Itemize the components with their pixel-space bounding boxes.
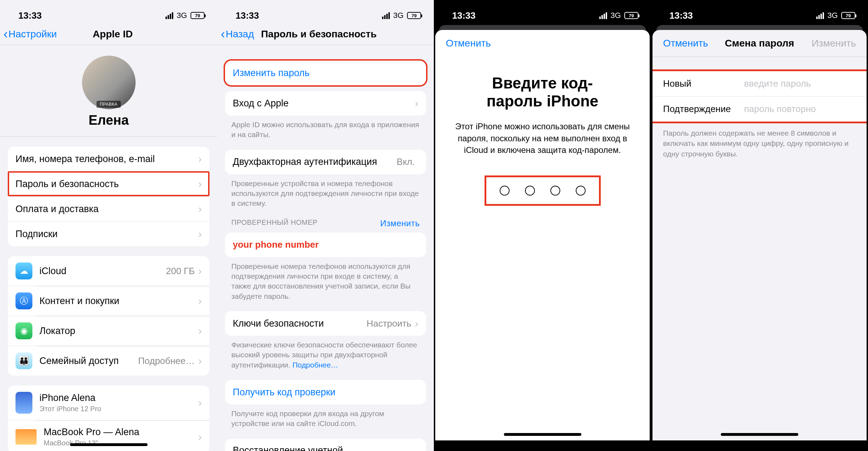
- footer-trusted: Проверенные номера телефонов используютс…: [217, 257, 434, 301]
- signal-icon: [816, 12, 824, 19]
- status-right: 3G 79: [382, 11, 421, 20]
- battery-icon: 79: [407, 12, 421, 19]
- chevron-right-icon: ›: [198, 355, 202, 367]
- chevron-right-icon: ›: [198, 325, 202, 337]
- passcode-dot: [550, 186, 560, 196]
- group-security-keys: Ключи безопасности Настроить ›: [225, 311, 426, 336]
- device-name: MacBook Pro — Alena: [44, 427, 198, 438]
- status-time: 13:33: [18, 10, 42, 21]
- sheet-nav: Отменить: [435, 30, 650, 57]
- nav-bar: ‹ Настройки Apple ID: [0, 25, 217, 45]
- status-time: 13:33: [452, 10, 476, 21]
- row-phone-number[interactable]: your phone number: [225, 233, 426, 257]
- confirm-password-placeholder: пароль повторно: [744, 104, 816, 115]
- appstore-icon: Ⓐ: [15, 292, 32, 309]
- edit-trusted-button[interactable]: Изменить: [380, 218, 420, 228]
- group-2fa: Двухфакторная аутентификация Вкл.: [225, 150, 426, 174]
- row-icloud[interactable]: ☁︎ iCloud 200 ГБ ›: [8, 256, 210, 286]
- cancel-button[interactable]: Отменить: [446, 38, 491, 49]
- home-indicator[interactable]: [721, 433, 798, 436]
- change-button[interactable]: Изменить: [812, 38, 856, 49]
- group-recovery: Восстановление учетной записи Настроить …: [225, 439, 426, 451]
- group-change-password: Изменить пароль: [225, 61, 426, 85]
- keys-learn-more-link[interactable]: Подробнее…: [292, 361, 338, 369]
- chevron-right-icon: ›: [198, 265, 202, 277]
- screen-password-security: 13:33 3G 79 ‹ Назад Пароль и безопасност…: [217, 0, 434, 451]
- chevron-left-icon: ‹: [221, 28, 225, 41]
- row-find-my[interactable]: ◉ Локатор ›: [8, 316, 210, 346]
- passcode-dots[interactable]: [486, 177, 599, 204]
- back-button[interactable]: ‹ Настройки: [4, 28, 57, 41]
- passcode-title: Введите код-пароль iPhone: [449, 74, 636, 110]
- passcode-dot: [576, 186, 586, 196]
- status-bar: 13:33 3G 79: [217, 0, 434, 25]
- chevron-right-icon: ›: [198, 228, 202, 240]
- row-name-phone-email[interactable]: Имя, номера телефонов, e-mail ›: [8, 147, 210, 171]
- field-confirm-password[interactable]: Подтверждение пароль повторно: [652, 96, 867, 122]
- row-account-recovery[interactable]: Восстановление учетной записи Настроить …: [225, 439, 426, 451]
- row-device-macbook[interactable]: MacBook Pro — Alena MacBook Pro 13" ›: [8, 420, 210, 451]
- password-fields: Новый введите пароль Подтверждение парол…: [652, 71, 867, 122]
- row-signin-apple[interactable]: Вход с Apple ›: [225, 91, 426, 116]
- modal-sheet: Отменить Введите код-пароль iPhone Этот …: [435, 30, 650, 440]
- device-name: iPhone Alena: [39, 393, 198, 403]
- device-iphone-icon: [15, 392, 32, 414]
- status-right: 3G 79: [816, 11, 855, 20]
- battery-icon: 79: [841, 12, 855, 19]
- group-trusted-number: your phone number: [225, 233, 426, 257]
- profile-block: ПРАВКА Елена: [0, 45, 217, 137]
- network-label: 3G: [177, 11, 187, 20]
- row-get-verification-code[interactable]: Получить код проверки: [225, 380, 426, 404]
- chevron-right-icon: ›: [198, 431, 202, 443]
- cancel-button[interactable]: Отменить: [663, 38, 708, 49]
- avatar-edit-badge[interactable]: ПРАВКА: [96, 101, 121, 108]
- row-device-iphone[interactable]: iPhone Alena Этот iPhone 12 Pro ›: [8, 385, 210, 420]
- row-security-keys[interactable]: Ключи безопасности Настроить ›: [225, 311, 426, 336]
- row-content-purchases[interactable]: Ⓐ Контент и покупки ›: [8, 286, 210, 316]
- chevron-right-icon: ›: [198, 397, 202, 409]
- footer-get-code: Получите код проверки для входа на друго…: [217, 404, 434, 429]
- status-bar: 13:33 3G 79: [651, 0, 868, 25]
- passcode-dot: [500, 186, 510, 196]
- chevron-right-icon: ›: [415, 317, 418, 329]
- device-sub: Этот iPhone 12 Pro: [39, 405, 198, 413]
- home-indicator[interactable]: [504, 433, 581, 436]
- new-password-placeholder: введите пароль: [744, 78, 811, 89]
- chevron-right-icon: ›: [415, 97, 418, 109]
- network-label: 3G: [828, 11, 838, 20]
- page-title: Apple ID: [57, 29, 169, 40]
- battery-icon: 79: [191, 12, 205, 19]
- field-new-password[interactable]: Новый введите пароль: [652, 71, 867, 96]
- row-subscriptions[interactable]: Подписки ›: [8, 221, 210, 246]
- chevron-right-icon: ›: [198, 153, 202, 165]
- screen-change-password: 13:33 3G 79 Отменить Смена пароля Измени…: [651, 0, 868, 451]
- status-bar: 13:33 3G 79: [0, 0, 217, 25]
- home-indicator[interactable]: [70, 443, 148, 446]
- signal-icon: [599, 12, 607, 19]
- footer-signin: Apple ID можно использовать для входа в …: [217, 116, 434, 140]
- chevron-left-icon: ‹: [4, 28, 8, 41]
- signal-icon: [166, 12, 173, 19]
- nav-bar: ‹ Назад Пароль и безопасность: [217, 25, 434, 45]
- status-time: 13:33: [669, 10, 693, 21]
- back-label: Назад: [226, 29, 254, 40]
- status-right: 3G 79: [599, 11, 638, 20]
- row-2fa[interactable]: Двухфакторная аутентификация Вкл.: [225, 150, 426, 174]
- footer-2fa: Проверенные устройства и номера телефоно…: [217, 174, 434, 209]
- signal-icon: [382, 12, 390, 19]
- group-devices: iPhone Alena Этот iPhone 12 Pro › MacBoo…: [8, 385, 210, 451]
- back-label: Настройки: [8, 29, 57, 40]
- row-change-password[interactable]: Изменить пароль: [225, 61, 426, 85]
- footer-keys: Физические ключи безопасности обеспечива…: [217, 336, 434, 370]
- back-button[interactable]: ‹ Назад: [221, 28, 254, 41]
- passcode-dot: [525, 186, 535, 196]
- status-time: 13:33: [236, 10, 259, 21]
- screen-apple-id: 13:33 3G 79 ‹ Настройки Apple ID ПРАВКА …: [0, 0, 217, 451]
- avatar[interactable]: ПРАВКА: [82, 56, 136, 109]
- row-password-security[interactable]: Пароль и безопасность ›: [8, 171, 210, 196]
- row-payment[interactable]: Оплата и доставка ›: [8, 196, 210, 221]
- family-icon: 👪: [15, 352, 32, 369]
- sheet-nav: Отменить Смена пароля Изменить: [652, 30, 867, 57]
- row-family-sharing[interactable]: 👪 Семейный доступ Подробнее… ›: [8, 346, 210, 376]
- status-right: 3G 79: [166, 11, 205, 20]
